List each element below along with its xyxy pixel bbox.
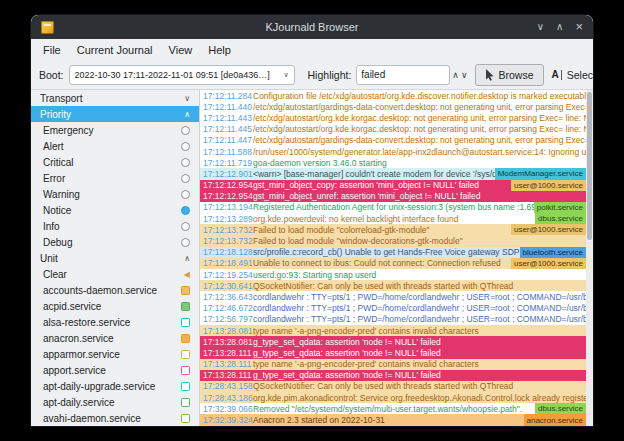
log-entry[interactable]: 17:28:43.158 QSocketNotifier: Can only b… bbox=[200, 381, 586, 392]
unit-checkbox[interactable] bbox=[181, 334, 190, 343]
priority-option[interactable]: Emergency bbox=[31, 122, 199, 138]
maximize-icon[interactable]: ∧ bbox=[556, 22, 563, 32]
boot-combobox-value: 2022-10-30 17:11-2022-11-01 09:51 [de0a4… bbox=[75, 70, 270, 80]
clear-button[interactable]: Clear ◀ bbox=[31, 266, 199, 282]
section-priority[interactable]: Priority ∧ bbox=[31, 106, 199, 122]
radio-button[interactable] bbox=[181, 174, 190, 183]
radio-button[interactable] bbox=[181, 222, 190, 231]
unit-option-label: apport.service bbox=[43, 365, 106, 376]
menu-item[interactable]: File bbox=[35, 42, 69, 58]
log-entry[interactable]: 17:12:18.491 Unable to connect to ibus: … bbox=[200, 258, 586, 269]
unit-option[interactable]: alsa-restore.service bbox=[31, 314, 199, 330]
radio-button[interactable] bbox=[181, 158, 190, 167]
unit-checkbox[interactable] bbox=[181, 414, 190, 423]
log-entry[interactable]: 17:12:13.194 Registered Authentication A… bbox=[200, 202, 586, 213]
unit-checkbox[interactable] bbox=[181, 302, 190, 311]
log-scrollbar-handle[interactable] bbox=[587, 92, 592, 240]
unit-option[interactable]: apport.service bbox=[31, 362, 199, 378]
log-entry[interactable]: 17:12:11.440 /etc/xdg/autostart/gardings… bbox=[200, 101, 586, 112]
menubar: File Current Journal View Help bbox=[31, 39, 593, 60]
priority-option[interactable]: Warning bbox=[31, 186, 199, 202]
menu-item[interactable]: Help bbox=[200, 42, 239, 58]
unit-option[interactable]: avahi-daemon.service bbox=[31, 410, 199, 426]
section-transport[interactable]: Transport ∨ bbox=[31, 90, 199, 106]
unit-option[interactable]: apparmor.service bbox=[31, 346, 199, 362]
radio-button[interactable] bbox=[181, 126, 190, 135]
unit-option[interactable]: apt-daily.service bbox=[31, 394, 199, 410]
next-match-button[interactable]: ∨ bbox=[461, 65, 468, 84]
minimize-icon[interactable]: ∨ bbox=[537, 22, 544, 32]
radio-button[interactable] bbox=[181, 238, 190, 247]
unit-checkbox[interactable] bbox=[181, 398, 190, 407]
log-entry[interactable]: 17:12:36.643 cordlandwehr : TTY=pts/1 ; … bbox=[200, 291, 586, 302]
log-entry[interactable]: 17:12:19.254 userd.go:93: Starting snap … bbox=[200, 269, 586, 280]
log-entry[interactable]: 17:13:28.081 g_type_set_qdata: assertion… bbox=[200, 336, 586, 347]
log-entry[interactable]: 17:12:11.719 goa-daemon version 3.46.0 s… bbox=[200, 157, 586, 168]
unit-option-label: alsa-restore.service bbox=[43, 317, 130, 328]
log-entry[interactable]: 17:12:12.901 <warn> [base-manager] could… bbox=[200, 168, 586, 179]
close-icon[interactable]: × bbox=[575, 22, 583, 32]
select-button[interactable]: A Select bbox=[544, 64, 593, 86]
log-entry[interactable]: 17:13:28.081 type name '-a-png-encoder-p… bbox=[200, 325, 586, 336]
radio-button[interactable] bbox=[181, 206, 190, 215]
log-entry[interactable]: 17:12:13.289 org.kde.powerdevil: no kern… bbox=[200, 213, 586, 224]
log-entry[interactable]: 17:12:11.447 /etc/xdg/autostart/gardings… bbox=[200, 135, 586, 146]
priority-option[interactable]: Info bbox=[31, 218, 199, 234]
toolbar: Boot: 2022-10-30 17:11-2022-11-01 09:51 … bbox=[31, 60, 593, 90]
log-entry[interactable]: 17:12:13.732 Failed to load module "colo… bbox=[200, 224, 586, 235]
log-message: /etc/xdg/autostart/org.kde.korgac.deskto… bbox=[253, 124, 586, 134]
log-entry[interactable]: 17:12:11.445 /etc/xdg/autostart/org.kde.… bbox=[200, 124, 586, 135]
log-scrollbar[interactable] bbox=[586, 90, 593, 426]
priority-option[interactable]: Error bbox=[31, 170, 199, 186]
unit-option[interactable]: accounts-daemon.service bbox=[31, 282, 199, 298]
log-timestamp: 17:32:39.066 bbox=[203, 404, 253, 414]
priority-option[interactable]: Critical bbox=[31, 154, 199, 170]
previous-match-button[interactable]: ∧ bbox=[452, 65, 459, 84]
unit-option[interactable]: acpid.service bbox=[31, 298, 199, 314]
radio-button[interactable] bbox=[181, 142, 190, 151]
unit-option[interactable]: anacron.service bbox=[31, 330, 199, 346]
log-entry[interactable]: 17:12:11.443 /etc/xdg/autostart/org.kde.… bbox=[200, 112, 586, 123]
log-timestamp: 17:12:11.445 bbox=[203, 124, 253, 134]
unit-checkbox[interactable] bbox=[181, 286, 190, 295]
log-entry[interactable]: 17:28:43.186 org.kde.pim.akonadicontrol:… bbox=[200, 392, 586, 403]
highlight-input[interactable] bbox=[356, 65, 450, 85]
log-entry[interactable]: 17:12:12.954 gst_mini_object_copy: asser… bbox=[200, 180, 586, 191]
priority-option[interactable]: Alert bbox=[31, 138, 199, 154]
priority-option-label: Notice bbox=[43, 205, 71, 216]
menu-item[interactable]: View bbox=[161, 42, 201, 58]
boot-combobox[interactable]: 2022-10-30 17:11-2022-11-01 09:51 [de0a4… bbox=[69, 65, 295, 85]
menu-item[interactable]: Current Journal bbox=[69, 42, 161, 58]
unit-option-label: apt-daily.service bbox=[43, 397, 115, 408]
priority-option[interactable]: Notice bbox=[31, 202, 199, 218]
unit-checkbox[interactable] bbox=[181, 382, 190, 391]
log-entry[interactable]: 17:12:56.797 cordlandwehr : TTY=pts/1 ; … bbox=[200, 314, 586, 325]
log-timestamp: 17:12:13.194 bbox=[203, 202, 253, 212]
log-entry[interactable]: 17:12:13.732 Failed to load module "wind… bbox=[200, 235, 586, 246]
unit-checkbox[interactable] bbox=[181, 350, 190, 359]
log-timestamp: 17:12:11.588 bbox=[203, 147, 253, 157]
log-entry[interactable]: 17:12:12.954 gst_mini_object_unref: asse… bbox=[200, 191, 586, 202]
log-entry[interactable]: 17:32:39.066 Removed "/etc/systemd/syste… bbox=[200, 403, 586, 414]
unit-checkbox[interactable] bbox=[181, 366, 190, 375]
log-entry[interactable]: 17:12:30.641 QSocketNotifier: Can only b… bbox=[200, 280, 586, 291]
radio-button[interactable] bbox=[181, 190, 190, 199]
log-entry[interactable]: 17:12:11.588 /run/user/1000/systemd/gene… bbox=[200, 146, 586, 157]
priority-option[interactable]: Debug bbox=[31, 234, 199, 250]
log-entry[interactable]: 17:32:39.324 Anacron 2.3 started on 2022… bbox=[200, 414, 586, 425]
unit-chip: dbus.service bbox=[535, 213, 586, 224]
log-message: Failed to load module "window-decoration… bbox=[253, 236, 586, 246]
section-unit[interactable]: Unit ∧ bbox=[31, 250, 199, 266]
titlebar[interactable]: KJournald Browser ∨ ∧ × bbox=[31, 15, 593, 39]
unit-checkbox[interactable] bbox=[181, 318, 190, 327]
log-entry[interactable]: 17:12:46.672 cordlandwehr : TTY=pts/1 ; … bbox=[200, 303, 586, 314]
browse-button[interactable]: Browse bbox=[475, 64, 544, 86]
log-entry[interactable]: 17:13:28.111 g_type_set_qdata: assertion… bbox=[200, 347, 586, 358]
log-message: type name '-a-png-encoder-pred' contains… bbox=[253, 326, 586, 336]
log-entry[interactable]: 17:12:11.284 Configuration file /etc/xdg… bbox=[200, 90, 586, 101]
log-entry[interactable]: 17:13:28.111 g_type_set_qdata: assertion… bbox=[200, 370, 586, 381]
log-timestamp: 17:12:11.447 bbox=[203, 135, 253, 145]
log-entry[interactable]: 17:13:28.111 type name '-a-png-encoder-p… bbox=[200, 359, 586, 370]
log-entry[interactable]: 17:12:18.128 src/profile.c:record_cb() U… bbox=[200, 247, 586, 258]
unit-option[interactable]: apt-daily-upgrade.service bbox=[31, 378, 199, 394]
